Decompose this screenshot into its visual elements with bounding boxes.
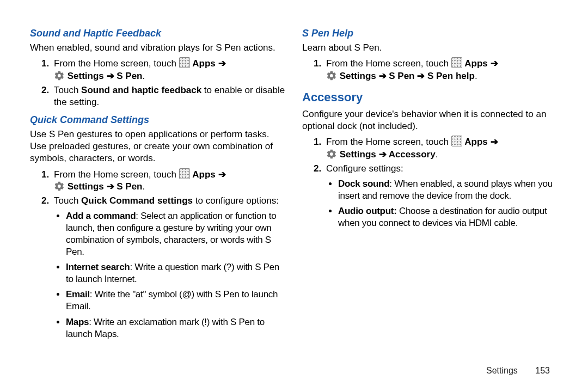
list-item: Email: Write the "at" symbol (@) with S …: [66, 289, 286, 313]
step-text: Configure settings:: [326, 163, 403, 174]
settings-icon: [326, 149, 337, 160]
bold-text: Maps: [66, 317, 89, 327]
accessory-steps: From the Home screen, touch Apps ➔ Setti…: [302, 136, 558, 229]
arrow: ➔: [104, 71, 117, 81]
spenhelp-steps: From the Home screen, touch Apps ➔ Setti…: [302, 57, 558, 82]
spen-label: S Pen: [117, 71, 142, 81]
footer-section: Settings: [486, 366, 518, 375]
list-item: Configure settings: Dock sound: When ena…: [324, 163, 558, 229]
arrow: ➔: [104, 181, 117, 192]
list-item: From the Home screen, touch Apps ➔ Setti…: [52, 168, 286, 193]
sound-steps: From the Home screen, touch Apps ➔ Setti…: [30, 57, 286, 108]
settings-icon: [54, 181, 65, 192]
step-text: From the Home screen, touch: [326, 137, 451, 147]
accessory-label: Accessory: [389, 149, 436, 160]
bold-text: Dock sound: [338, 179, 389, 189]
arrow: ➔: [216, 58, 226, 69]
spenhelp-intro: Learn about S Pen.: [302, 42, 558, 54]
period: .: [436, 149, 438, 160]
manual-page: Sound and Haptic Feedback When enabled, …: [0, 0, 588, 354]
step-text: Touch: [54, 195, 81, 206]
accessory-intro: Configure your device's behavior when it…: [302, 108, 558, 132]
left-column: Sound and Haptic Feedback When enabled, …: [30, 22, 286, 344]
bold-text: Quick Command settings: [81, 195, 193, 206]
step-text: to configure options:: [193, 195, 279, 206]
spen-label: S Pen: [389, 71, 414, 81]
list-item: Dock sound: When enabled, a sound plays …: [338, 178, 558, 202]
step-text: From the Home screen, touch: [54, 169, 179, 180]
settings-label: Settings: [68, 181, 104, 192]
spen-label: S Pen: [117, 181, 142, 192]
settings-label: Settings: [340, 149, 376, 160]
sound-intro: When enabled, sound and vibration plays …: [30, 42, 286, 54]
step-text: Touch: [54, 85, 81, 95]
arrow: ➔: [216, 169, 226, 180]
apps-icon: [451, 57, 462, 68]
period: .: [143, 71, 145, 81]
list-item: Touch Quick Command settings to configur…: [52, 195, 286, 340]
right-column: S Pen Help Learn about S Pen. From the H…: [302, 22, 558, 344]
apps-icon: [451, 136, 462, 146]
settings-icon: [54, 70, 65, 81]
bullet-desc: : Write the "at" symbol (@) with S Pen t…: [66, 289, 278, 311]
step-text: From the Home screen, touch: [54, 58, 179, 69]
arrow: ➔: [415, 71, 427, 81]
bold-text: Add a command: [66, 211, 136, 221]
footer-page-number: 153: [535, 366, 550, 375]
heading-sound-haptic: Sound and Haptic Feedback: [30, 27, 286, 40]
period: .: [143, 181, 145, 192]
bold-text: Email: [66, 289, 90, 299]
arrow: ➔: [488, 137, 498, 147]
apps-label: Apps: [192, 169, 216, 180]
apps-icon: [179, 168, 190, 179]
quick-steps: From the Home screen, touch Apps ➔ Setti…: [30, 168, 286, 340]
spenhelp-label: S Pen help: [427, 71, 475, 81]
heading-spen-help: S Pen Help: [302, 27, 558, 40]
quick-bullets: Add a command: Select an application or …: [54, 210, 286, 340]
list-item: From the Home screen, touch Apps ➔ Setti…: [52, 57, 286, 82]
step-text: From the Home screen, touch: [326, 58, 451, 69]
bold-text: Audio output:: [338, 206, 397, 216]
bold-text: Sound and haptic feedback: [81, 85, 201, 95]
arrow: ➔: [376, 71, 389, 81]
heading-accessory: Accessory: [302, 90, 558, 106]
arrow: ➔: [376, 149, 389, 160]
bold-text: Internet search: [66, 262, 130, 272]
arrow: ➔: [488, 58, 498, 69]
list-item: Audio output: Choose a destination for a…: [338, 205, 558, 229]
list-item: Add a command: Select an application or …: [66, 210, 286, 258]
accessory-bullets: Dock sound: When enabled, a sound plays …: [326, 178, 558, 229]
period: .: [475, 71, 477, 81]
apps-icon: [179, 57, 190, 68]
quick-intro: Use S Pen gestures to open applications …: [30, 128, 286, 164]
settings-icon: [326, 70, 337, 81]
settings-label: Settings: [340, 71, 376, 81]
list-item: Internet search: Write a question mark (…: [66, 261, 286, 285]
list-item: Touch Sound and haptic feedback to enabl…: [52, 84, 286, 108]
apps-label: Apps: [192, 58, 216, 69]
heading-quick-command: Quick Command Settings: [30, 114, 286, 126]
apps-label: Apps: [464, 58, 488, 69]
list-item: From the Home screen, touch Apps ➔ Setti…: [324, 57, 558, 82]
apps-label: Apps: [464, 137, 488, 147]
list-item: Maps: Write an exclamation mark (!) with…: [66, 316, 286, 340]
settings-label: Settings: [68, 71, 104, 81]
bullet-desc: : Write an exclamation mark (!) with S P…: [66, 317, 265, 339]
page-footer: Settings 153: [486, 365, 550, 377]
list-item: From the Home screen, touch Apps ➔ Setti…: [324, 136, 558, 160]
